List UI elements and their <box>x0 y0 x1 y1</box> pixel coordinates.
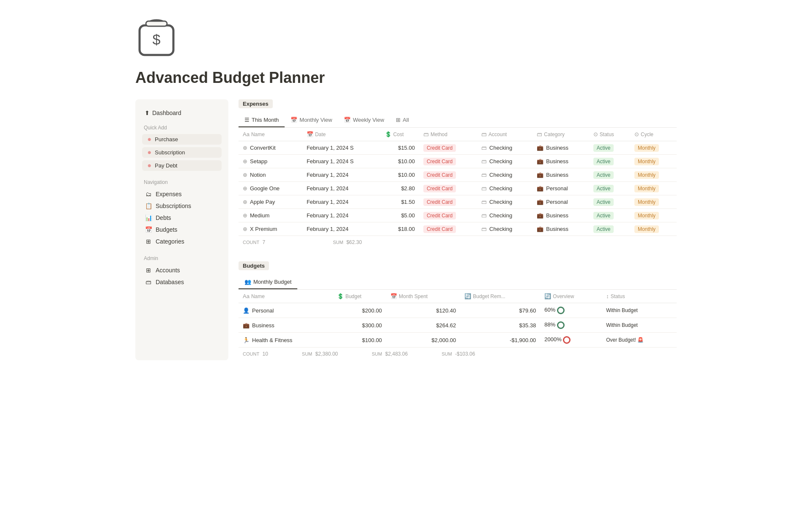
budgets-table-row[interactable]: 💼Business $300.00 $264.62 $35.38 88% Wit… <box>239 318 677 333</box>
expense-category-4: 💼Personal <box>532 195 589 209</box>
budgets-nav-label: Budgets <box>156 226 177 233</box>
expense-cycle-0: Monthly <box>630 141 677 155</box>
expense-cycle-6: Monthly <box>630 222 677 236</box>
sidebar-item-budgets[interactable]: 📅 Budgets <box>142 224 222 235</box>
budgets-table-row[interactable]: 🏃Health & Fitness $100.00 $2,000.00 -$1,… <box>239 333 677 348</box>
budgets-sum-spent-value: $2,483.06 <box>385 351 408 357</box>
expenses-table-row[interactable]: ⊕Notion February 1, 2024 $10.00 Credit C… <box>239 168 677 182</box>
sidebar-item-expenses[interactable]: 🗂 Expenses <box>142 189 222 200</box>
tab-all[interactable]: ⊞ All <box>390 113 414 127</box>
tab-this-month[interactable]: ☰ This Month <box>239 113 285 127</box>
dashboard-label: Dashboard <box>152 110 181 116</box>
expense-status-2: Active <box>589 168 630 182</box>
expense-name-3: ⊕Google One <box>239 182 302 195</box>
expenses-table-row[interactable]: ⊕Apple Pay February 1, 2024 $1.50 Credit… <box>239 195 677 209</box>
budget-rem-1: $35.38 <box>460 318 540 333</box>
expense-cost-3: $2.80 <box>381 182 419 195</box>
budget-overview-0: 60% <box>540 303 602 318</box>
sidebar-item-subscriptions[interactable]: 📋 Subscriptions <box>142 200 222 211</box>
sidebar-dashboard[interactable]: ⬆ Dashboard <box>142 108 222 118</box>
expenses-table-footer: COUNT 7 SUM $62.30 <box>239 236 677 249</box>
expenses-table-row[interactable]: ⊕Google One February 1, 2024 $2.80 Credi… <box>239 182 677 195</box>
expense-method-2: Credit Card <box>419 168 477 182</box>
pay-debt-label: Pay Debt <box>155 162 177 169</box>
expense-category-6: 💼Business <box>532 222 589 236</box>
expenses-count-value: 7 <box>262 239 265 245</box>
expense-account-2: 🗃Checking <box>477 168 532 182</box>
expenses-table: AaName 📅Date 💲Cost 🗃Method 🗃Account 🗃Cat… <box>239 128 677 236</box>
accounts-nav-label: Accounts <box>156 267 180 274</box>
expense-date-1: February 1, 2024 S <box>302 155 381 168</box>
expenses-table-row[interactable]: ⊕Setapp February 1, 2024 S $10.00 Credit… <box>239 155 677 168</box>
col-cost: 💲Cost <box>381 128 419 141</box>
navigation-label: Navigation <box>142 179 222 185</box>
purchase-icon: ⊕ <box>146 137 152 143</box>
expense-status-4: Active <box>589 195 630 209</box>
sidebar-item-categories[interactable]: ⊞ Categories <box>142 236 222 247</box>
quick-add-purchase-button[interactable]: ⊕ Purchase <box>142 134 222 145</box>
budgets-table-row[interactable]: 👤Personal $200.00 $120.40 $79.60 60% Wit… <box>239 303 677 318</box>
progress-circle-0 <box>557 307 565 314</box>
sidebar-item-accounts[interactable]: ⊞ Accounts <box>142 265 222 276</box>
expense-name-6: ⊕X Premium <box>239 222 302 236</box>
budgets-section-header: Budgets <box>239 261 269 270</box>
expense-name-0: ⊕ConvertKit <box>239 141 302 155</box>
expense-method-3: Credit Card <box>419 182 477 195</box>
page-wrapper: $ Advanced Budget Planner ⬆ Dashboard Qu… <box>110 0 702 377</box>
subscriptions-icon: 📋 <box>145 203 152 209</box>
progress-circle-2 <box>563 336 571 344</box>
this-month-icon: ☰ <box>244 117 250 123</box>
expense-category-5: 💼Business <box>532 209 589 222</box>
budget-overview-2: 2000% <box>540 333 602 348</box>
expense-date-2: February 1, 2024 <box>302 168 381 182</box>
expense-category-2: 💼Business <box>532 168 589 182</box>
tab-monthly-budget[interactable]: 👥 Monthly Budget <box>239 275 297 289</box>
col-date: 📅Date <box>302 128 381 141</box>
nav-section: Navigation 🗂 Expenses 📋 Subscriptions 📊 … <box>142 179 222 247</box>
subscription-icon: ⊕ <box>146 150 152 156</box>
tab-monthly-view[interactable]: 📅 Monthly View <box>285 113 338 127</box>
monthly-budget-icon: 👥 <box>244 279 251 285</box>
budget-col-name: AaName <box>239 290 333 303</box>
expenses-nav-label: Expenses <box>156 191 181 197</box>
monthly-view-label: Monthly View <box>299 117 332 123</box>
expense-cost-5: $5.00 <box>381 209 419 222</box>
expense-cost-0: $15.00 <box>381 141 419 155</box>
budget-budget-1: $300.00 <box>333 318 386 333</box>
expenses-section: Expenses ☰ This Month 📅 Monthly View 📅 W… <box>239 99 677 249</box>
quick-add-subscription-button[interactable]: ⊕ Subscription <box>142 147 222 158</box>
col-name: AaName <box>239 128 302 141</box>
quick-add-section: Quick Add ⊕ Purchase ⊕ Subscription ⊕ Pa… <box>142 125 222 171</box>
expense-cycle-3: Monthly <box>630 182 677 195</box>
tab-weekly-view[interactable]: 📅 Weekly View <box>338 113 390 127</box>
sidebar-item-debts[interactable]: 📊 Debts <box>142 212 222 223</box>
budgets-sum-rem-value: -$103.06 <box>455 351 475 357</box>
expenses-tabs: ☰ This Month 📅 Monthly View 📅 Weekly Vie… <box>239 113 677 128</box>
expense-cost-1: $10.00 <box>381 155 419 168</box>
expense-method-6: Credit Card <box>419 222 477 236</box>
progress-circle-1 <box>557 321 565 329</box>
budgets-sum-budget-label: SUM <box>302 351 312 356</box>
budget-name-1: 💼Business <box>239 318 333 333</box>
weekly-view-label: Weekly View <box>353 117 384 123</box>
budget-month-spent-1: $264.62 <box>386 318 460 333</box>
sidebar-item-databases[interactable]: 🗃 Databases <box>142 277 222 288</box>
expenses-section-header: Expenses <box>239 99 273 108</box>
budget-status-0: Within Budget <box>602 303 677 318</box>
budgets-sum-spent-label: SUM <box>372 351 382 356</box>
col-cycle: ⊙Cycle <box>630 128 677 141</box>
expense-date-3: February 1, 2024 <box>302 182 381 195</box>
expense-method-5: Credit Card <box>419 209 477 222</box>
all-icon: ⊞ <box>396 117 401 123</box>
expenses-table-row[interactable]: ⊕X Premium February 1, 2024 $18.00 Credi… <box>239 222 677 236</box>
debts-nav-label: Debts <box>156 214 171 221</box>
budgets-table-footer: COUNT 10 SUM $2,380.00 SUM $2,483.06 SUM… <box>239 348 677 360</box>
this-month-label: This Month <box>252 117 279 123</box>
expense-date-0: February 1, 2024 S <box>302 141 381 155</box>
expense-status-5: Active <box>589 209 630 222</box>
expense-cycle-4: Monthly <box>630 195 677 209</box>
quick-add-pay-debt-button[interactable]: ⊕ Pay Debt <box>142 160 222 171</box>
expenses-table-row[interactable]: ⊕ConvertKit February 1, 2024 S $15.00 Cr… <box>239 141 677 155</box>
col-method: 🗃Method <box>419 128 477 141</box>
expenses-table-row[interactable]: ⊕Medium February 1, 2024 $5.00 Credit Ca… <box>239 209 677 222</box>
